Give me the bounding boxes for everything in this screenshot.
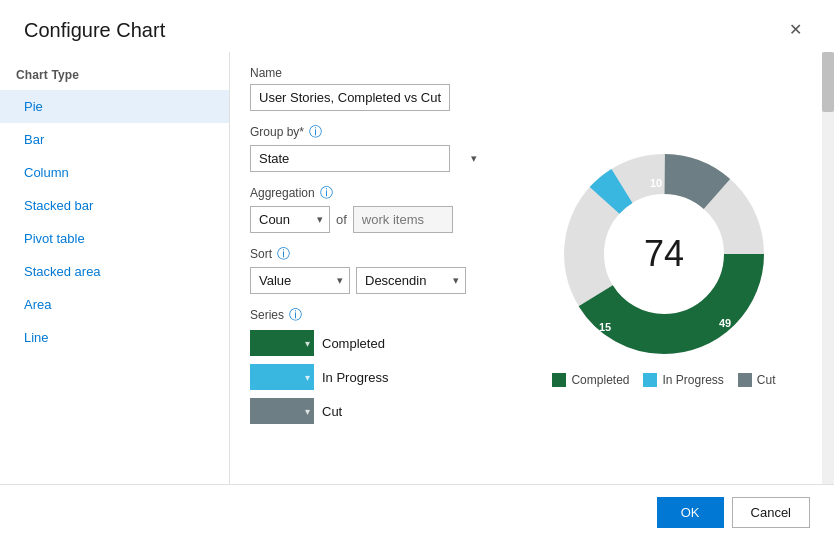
aggregation-row: Coun ▾ of (250, 206, 484, 233)
ok-button[interactable]: OK (657, 497, 724, 528)
close-button[interactable]: ✕ (781, 18, 810, 42)
series-item-in-progress: ▾ In Progress (250, 364, 484, 390)
name-field-group: Name (250, 66, 484, 111)
series-item-completed: ▾ Completed (250, 330, 484, 356)
sidebar-item-area[interactable]: Area (0, 288, 229, 321)
sidebar-item-stacked-area[interactable]: Stacked area (0, 255, 229, 288)
legend-color-cut (738, 373, 752, 387)
sidebar-item-pivot-table[interactable]: Pivot table (0, 222, 229, 255)
segment-label-cut: 10 (650, 177, 662, 189)
aggregation-select[interactable]: Coun (250, 206, 330, 233)
config-area: Name Group by* ⓘ State ▾ Agg (230, 52, 504, 484)
aggregation-field-group: Aggregation ⓘ Coun ▾ of (250, 184, 484, 233)
sidebar-item-pie[interactable]: Pie (0, 90, 229, 123)
dialog-header: Configure Chart ✕ (0, 0, 834, 52)
series-item-cut: ▾ Cut (250, 398, 484, 424)
sort-dir-select[interactable]: Descendin (356, 267, 466, 294)
sort-row: Value ▾ Descendin ▾ (250, 267, 484, 294)
legend-label-cut: Cut (757, 373, 776, 387)
chart-legend: Completed In Progress Cut (552, 373, 775, 387)
legend-color-completed (552, 373, 566, 387)
series-label-cut: Cut (322, 404, 342, 419)
sort-dir-select-wrap: Descendin ▾ (356, 267, 466, 294)
cancel-button[interactable]: Cancel (732, 497, 810, 528)
sort-field-group: Sort ⓘ Value ▾ Descendin ▾ (250, 245, 484, 294)
of-input[interactable] (353, 206, 453, 233)
series-list: ▾ Completed ▾ In Progress ▾ (250, 330, 484, 424)
group-by-select[interactable]: State (250, 145, 450, 172)
series-color-chevron-cut: ▾ (305, 406, 310, 417)
sort-info-icon[interactable]: ⓘ (277, 245, 290, 263)
legend-item-cut: Cut (738, 373, 776, 387)
sidebar-item-stacked-bar[interactable]: Stacked bar (0, 189, 229, 222)
dialog-footer: OK Cancel (0, 484, 834, 540)
legend-item-completed: Completed (552, 373, 629, 387)
series-color-chevron-in-progress: ▾ (305, 372, 310, 383)
sort-value-select-wrap: Value ▾ (250, 267, 350, 294)
legend-item-in-progress: In Progress (643, 373, 723, 387)
configure-chart-dialog: Configure Chart ✕ Chart Type Pie Bar Col… (0, 0, 834, 540)
aggregation-select-wrap: Coun ▾ (250, 206, 330, 233)
series-color-cut[interactable]: ▾ (250, 398, 314, 424)
series-color-completed[interactable]: ▾ (250, 330, 314, 356)
chart-type-sidebar: Chart Type Pie Bar Column Stacked bar Pi… (0, 52, 230, 484)
series-label-completed: Completed (322, 336, 385, 351)
series-color-chevron-completed: ▾ (305, 338, 310, 349)
legend-label-in-progress: In Progress (662, 373, 723, 387)
legend-label-completed: Completed (571, 373, 629, 387)
chart-center-value: 74 (644, 233, 684, 275)
sidebar-section-label: Chart Type (0, 60, 229, 90)
name-input[interactable] (250, 84, 450, 111)
series-color-in-progress[interactable]: ▾ (250, 364, 314, 390)
aggregation-label: Aggregation ⓘ (250, 184, 484, 202)
dialog-body: Chart Type Pie Bar Column Stacked bar Pi… (0, 52, 834, 484)
chart-preview-area: 49 15 10 74 Completed (504, 52, 834, 484)
of-text: of (336, 212, 347, 227)
sort-label: Sort ⓘ (250, 245, 484, 263)
scrollbar-track[interactable] (822, 52, 834, 484)
chart-container: 49 15 10 74 Completed (552, 149, 775, 387)
series-label: Series ⓘ (250, 306, 484, 324)
group-by-info-icon[interactable]: ⓘ (309, 123, 322, 141)
dialog-title: Configure Chart (24, 19, 165, 42)
aggregation-info-icon[interactable]: ⓘ (320, 184, 333, 202)
sort-value-select[interactable]: Value (250, 267, 350, 294)
group-by-label: Group by* ⓘ (250, 123, 484, 141)
series-info-icon[interactable]: ⓘ (289, 306, 302, 324)
sidebar-item-bar[interactable]: Bar (0, 123, 229, 156)
sidebar-item-column[interactable]: Column (0, 156, 229, 189)
donut-chart: 49 15 10 74 (559, 149, 769, 359)
group-by-chevron-icon: ▾ (471, 152, 477, 165)
segment-label-in-progress: 15 (599, 321, 611, 333)
sidebar-item-line[interactable]: Line (0, 321, 229, 354)
group-by-select-wrap: State ▾ (250, 145, 484, 172)
segment-label-completed: 49 (719, 317, 731, 329)
name-label: Name (250, 66, 484, 80)
scrollbar-thumb[interactable] (822, 52, 834, 112)
group-by-field-group: Group by* ⓘ State ▾ (250, 123, 484, 172)
legend-color-in-progress (643, 373, 657, 387)
series-field-group: Series ⓘ ▾ Completed ▾ (250, 306, 484, 424)
series-label-in-progress: In Progress (322, 370, 388, 385)
